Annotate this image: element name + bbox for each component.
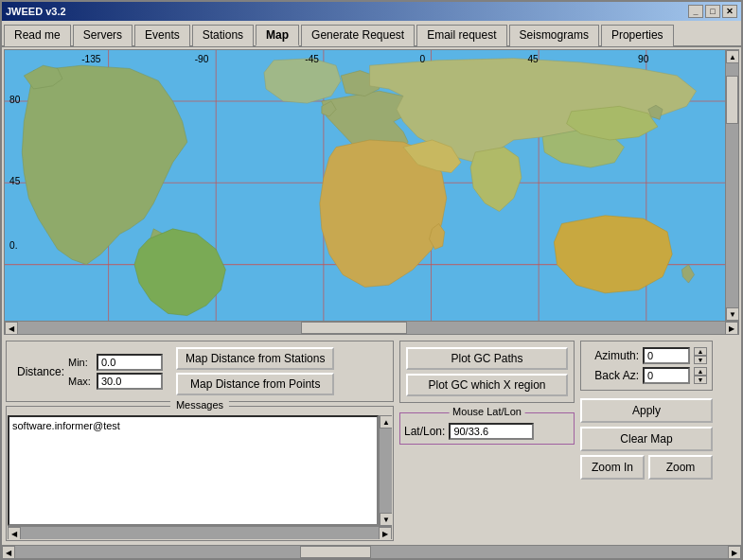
azimuth-up-button[interactable]: ▲ <box>694 347 707 356</box>
bottom-scroll-track[interactable] <box>15 546 728 558</box>
hscroll-track[interactable] <box>18 322 725 334</box>
back-az-input[interactable] <box>643 367 690 384</box>
tab-read-me[interactable]: Read me <box>4 25 71 46</box>
back-az-spinner: ▲ ▼ <box>694 367 707 384</box>
main-content: -135 -90 -45 0 45 90 80 45 0. ▲ <box>2 47 741 558</box>
mouse-latlon-input[interactable] <box>449 423 534 440</box>
map-vertical-scrollbar[interactable]: ▲ ▼ <box>725 50 738 321</box>
minimize-button[interactable]: _ <box>688 5 703 18</box>
scroll-down-arrow[interactable]: ▼ <box>726 307 738 321</box>
svg-text:0.: 0. <box>9 240 17 251</box>
back-az-row: Back Az: ▲ ▼ <box>587 367 706 384</box>
main-window: JWEED v3.2 _ □ ✕ Read me Servers Events … <box>0 0 743 560</box>
back-az-down-button[interactable]: ▼ <box>694 376 707 384</box>
gc-section: Plot GC Paths Plot GC which X region <box>399 341 575 403</box>
svg-text:45: 45 <box>527 54 538 64</box>
tab-bar: Read me Servers Events Stations Map Gene… <box>2 21 741 47</box>
control-panel: Distance: Min: Max: <box>2 337 741 545</box>
map-svg: -135 -90 -45 0 45 90 80 45 0. <box>5 50 725 321</box>
map-display[interactable]: -135 -90 -45 0 45 90 80 45 0. <box>5 50 725 321</box>
svg-text:-135: -135 <box>81 54 100 64</box>
messages-hscroll[interactable]: ◀ ▶ <box>8 526 392 539</box>
back-az-up-button[interactable]: ▲ <box>694 367 707 376</box>
map-distance-points-button[interactable]: Map Distance from Points <box>176 373 334 395</box>
scroll-right-arrow[interactable]: ▶ <box>725 322 738 335</box>
mouse-row: Lat/Lon: <box>404 423 570 440</box>
bottom-scroll-thumb[interactable] <box>300 546 371 558</box>
messages-vscroll-track[interactable] <box>380 429 392 513</box>
azimuth-row: Azimuth: ▲ ▼ <box>587 347 706 364</box>
azimuth-section: Azimuth: ▲ ▼ Back Az: ▲ ▼ <box>580 341 713 391</box>
distance-max-input[interactable] <box>97 373 163 390</box>
plot-gc-paths-button[interactable]: Plot GC Paths <box>406 347 568 370</box>
mouse-section: Mouse Lat/Lon Lat/Lon: <box>399 412 575 445</box>
azimuth-spinner: ▲ ▼ <box>694 347 707 364</box>
zoom-in-button[interactable]: Zoom In <box>580 455 645 480</box>
messages-vscroll[interactable]: ▲ ▼ <box>379 415 392 526</box>
clear-map-button[interactable]: Clear Map <box>580 427 713 451</box>
azimuth-label: Azimuth: <box>587 349 639 362</box>
bottom-scrollbar[interactable]: ◀ ▶ <box>2 545 741 558</box>
min-label: Min: <box>68 357 95 368</box>
messages-scroll-up[interactable]: ▲ <box>380 415 392 429</box>
svg-text:-45: -45 <box>305 54 319 64</box>
mouse-label: Lat/Lon: <box>404 425 445 438</box>
tab-email-request[interactable]: Email request <box>416 25 506 46</box>
tab-properties[interactable]: Properties <box>601 25 674 46</box>
apply-button[interactable]: Apply <box>580 398 713 423</box>
bottom-scroll-left[interactable]: ◀ <box>2 546 15 558</box>
left-controls: Distance: Min: Max: <box>6 341 394 541</box>
azimuth-down-button[interactable]: ▼ <box>694 356 707 364</box>
tab-events[interactable]: Events <box>134 25 190 46</box>
distance-section: Distance: Min: Max: <box>6 341 394 402</box>
messages-scroll-down[interactable]: ▼ <box>380 513 392 526</box>
messages-hscroll-track[interactable] <box>21 527 379 539</box>
messages-scroll-left[interactable]: ◀ <box>8 527 21 540</box>
azimuth-input[interactable] <box>643 347 690 364</box>
center-controls: Plot GC Paths Plot GC which X region Mou… <box>399 341 575 541</box>
mouse-title: Mouse Lat/Lon <box>449 406 525 417</box>
back-az-label: Back Az: <box>587 369 639 382</box>
messages-section: Messages software.informer@test ▲ ▼ ◀ <box>6 406 394 541</box>
scroll-left-arrow[interactable]: ◀ <box>5 322 18 335</box>
hscroll-thumb[interactable] <box>301 322 407 334</box>
window-controls: _ □ ✕ <box>688 5 737 18</box>
map-container: -135 -90 -45 0 45 90 80 45 0. ▲ <box>4 49 739 335</box>
svg-text:0: 0 <box>420 54 426 64</box>
distance-min-input[interactable] <box>97 354 163 371</box>
vscroll-thumb[interactable] <box>726 76 738 125</box>
vscroll-track[interactable] <box>726 63 738 307</box>
svg-text:45: 45 <box>9 176 20 186</box>
distance-row-min: Distance: Min: Max: <box>12 347 387 395</box>
svg-text:-90: -90 <box>195 54 209 64</box>
bottom-scroll-right[interactable]: ▶ <box>728 546 741 558</box>
tab-map[interactable]: Map <box>256 25 299 46</box>
right-controls: Azimuth: ▲ ▼ Back Az: ▲ ▼ <box>580 341 713 541</box>
scroll-up-arrow[interactable]: ▲ <box>726 50 738 63</box>
tab-generate-request[interactable]: Generate Request <box>301 25 415 46</box>
zoom-row: Zoom In Zoom <box>580 455 713 480</box>
tab-stations[interactable]: Stations <box>192 25 254 46</box>
window-title: JWEED v3.2 <box>6 6 66 17</box>
maximize-button[interactable]: □ <box>705 5 720 18</box>
map-distance-stations-button[interactable]: Map Distance from Stations <box>176 347 334 370</box>
svg-text:80: 80 <box>9 95 20 105</box>
zoom-button[interactable]: Zoom <box>648 455 713 480</box>
tab-servers[interactable]: Servers <box>73 25 133 46</box>
messages-title: Messages <box>170 399 229 411</box>
tab-seismograms[interactable]: Seismograms <box>509 25 599 46</box>
messages-textarea[interactable]: software.informer@test <box>8 415 379 526</box>
messages-scroll-right[interactable]: ▶ <box>379 527 392 540</box>
close-button[interactable]: ✕ <box>722 5 737 18</box>
map-horizontal-scrollbar[interactable]: ◀ ▶ <box>5 321 738 334</box>
distance-label: Distance: <box>12 365 64 378</box>
plot-gc-x-region-button[interactable]: Plot GC which X region <box>406 374 568 396</box>
distance-buttons: Map Distance from Stations Map Distance … <box>176 347 334 395</box>
titlebar: JWEED v3.2 _ □ ✕ <box>2 2 741 21</box>
svg-text:90: 90 <box>638 54 648 64</box>
max-label: Max: <box>68 376 95 387</box>
